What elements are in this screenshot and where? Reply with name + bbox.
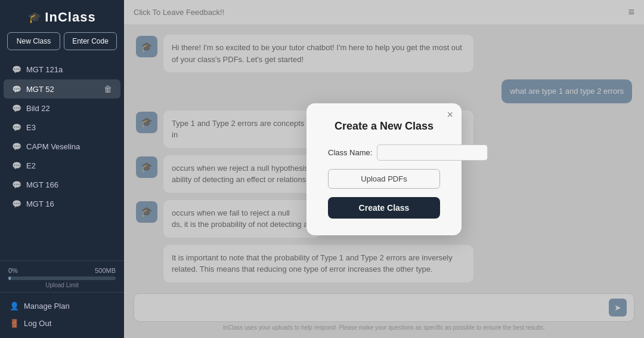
upload-max: 500MB — [95, 267, 116, 274]
class-name-label: Bild 22 — [26, 104, 112, 113]
sidebar: 🎓 InClass New Class Enter Code 💬 MGT 121… — [0, 0, 124, 338]
class-name-label: MGT 166 — [26, 180, 112, 189]
upload-pct: 0% — [8, 267, 18, 274]
class-name-input[interactable] — [377, 145, 488, 161]
sidebar-class-item-1[interactable]: 💬 MGT 52 🗑 — [4, 79, 120, 99]
upload-bar-label: 0% 500MB — [8, 267, 116, 274]
sidebar-class-item-4[interactable]: 💬 CAPM Veselina — [4, 137, 120, 156]
manage-plan-label: Manage Plan — [24, 302, 70, 311]
main-content: Click To Leave Feedback!! ≡ 🎓 Hi there! … — [124, 0, 644, 338]
create-class-modal: × Create a New Class Class Name: Upload … — [306, 103, 462, 235]
manage-plan-icon: 👤 — [10, 302, 19, 311]
chat-icon: 💬 — [12, 123, 21, 132]
chat-icon: 💬 — [12, 142, 21, 151]
sidebar-class-item-6[interactable]: 💬 MGT 166 — [4, 176, 120, 194]
graduation-cap-icon: 🎓 — [28, 11, 41, 24]
log-out-item[interactable]: 🚪 Log Out — [4, 315, 120, 332]
class-name-label: Class Name: — [328, 148, 372, 157]
class-name-label: CAPM Veselina — [26, 142, 112, 151]
chat-icon: 💬 — [12, 85, 21, 94]
class-name-label: MGT 16 — [26, 199, 112, 208]
sidebar-class-item-3[interactable]: 💬 E3 — [4, 118, 120, 137]
class-name-row: Class Name: — [328, 145, 440, 161]
log-out-label: Log Out — [24, 319, 51, 328]
sidebar-class-item-7[interactable]: 💬 MGT 16 — [4, 195, 120, 213]
modal-title: Create a New Class — [328, 120, 440, 133]
sidebar-class-item-0[interactable]: 💬 MGT 121a — [4, 60, 120, 79]
upload-bar-fill — [8, 276, 11, 280]
class-name-label: MGT 121a — [26, 65, 112, 74]
modal-close-button[interactable]: × — [447, 109, 453, 120]
sidebar-class-item-2[interactable]: 💬 Bild 22 — [4, 99, 120, 118]
modal-overlay: × Create a New Class Class Name: Upload … — [124, 0, 644, 338]
chat-icon: 💬 — [12, 180, 21, 189]
upload-area: 0% 500MB Upload Limit — [0, 260, 124, 292]
upload-pdfs-button[interactable]: Upload PDFs — [328, 169, 440, 189]
chat-icon: 💬 — [12, 104, 21, 113]
create-class-button[interactable]: Create Class — [328, 197, 440, 219]
class-name-label: MGT 52 — [26, 85, 99, 94]
sidebar-footer: 👤 Manage Plan 🚪 Log Out — [0, 292, 124, 338]
modal-form: Class Name: Upload PDFs Create Class — [328, 145, 440, 219]
class-name-label: E3 — [26, 123, 112, 132]
upload-bar-track — [8, 276, 116, 280]
class-list: 💬 MGT 121a 💬 MGT 52 🗑💬 Bild 22 💬 E3 💬 CA… — [0, 57, 124, 260]
logo-text: InClass — [45, 10, 95, 25]
log-out-icon: 🚪 — [10, 319, 19, 328]
chat-icon: 💬 — [12, 161, 21, 170]
upload-limit-label: Upload Limit — [8, 282, 116, 288]
manage-plan-item[interactable]: 👤 Manage Plan — [4, 297, 120, 315]
delete-icon[interactable]: 🗑 — [104, 84, 112, 94]
enter-code-button[interactable]: Enter Code — [64, 32, 117, 50]
class-name-label: E2 — [26, 161, 112, 170]
chat-icon: 💬 — [12, 65, 21, 74]
sidebar-buttons: New Class Enter Code — [0, 32, 124, 57]
chat-icon: 💬 — [12, 199, 21, 208]
sidebar-class-item-5[interactable]: 💬 E2 — [4, 156, 120, 175]
new-class-button[interactable]: New Class — [7, 32, 60, 50]
logo-area: 🎓 InClass — [0, 0, 124, 32]
